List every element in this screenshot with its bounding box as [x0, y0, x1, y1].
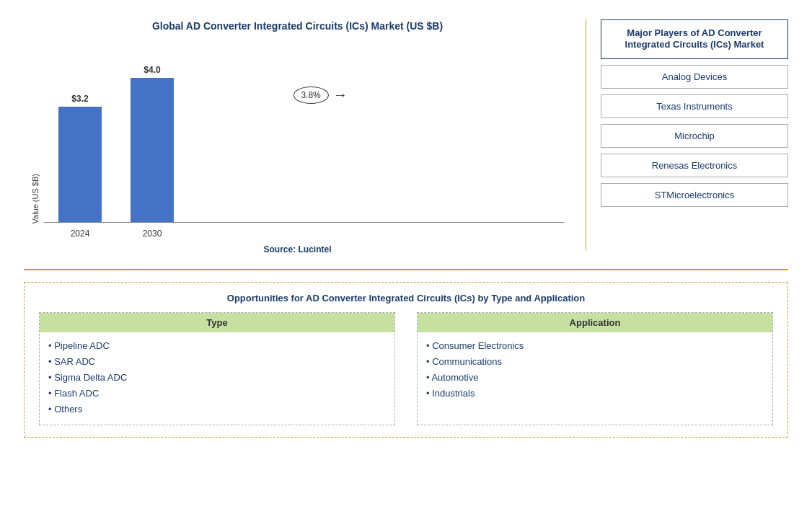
application-column: Application Consumer Electronics Communi… [417, 312, 773, 425]
y-axis-label: Value (US $B) [31, 174, 40, 224]
type-header: Type [40, 313, 394, 332]
source-text: Source: Lucintel [31, 239, 564, 257]
player-analog-devices: Analog Devices [601, 65, 788, 89]
app-item-1: Communications [426, 354, 764, 370]
player-stmicro: STMicroelectronics [601, 183, 788, 207]
page-container: Global AD Converter Integrated Circuits … [24, 12, 788, 502]
bar-2024-value: $3.2 [71, 94, 88, 104]
cagr-annotation: 3.8% → [293, 87, 347, 104]
chart-title: Global AD Converter Integrated Circuits … [31, 19, 564, 32]
type-item-0: Pipeline ADC [48, 338, 386, 354]
cagr-bubble: 3.8% [293, 87, 328, 104]
player-microchip: Microchip [601, 124, 788, 148]
bars-container: $3.2 3.8% → $4.0 [44, 65, 564, 239]
type-item-4: Others [48, 402, 386, 417]
bar-2024-rect [58, 107, 102, 222]
year-2024: 2024 [58, 229, 102, 239]
cagr-arrow-icon: → [333, 87, 348, 103]
application-items: Consumer Electronics Communications Auto… [418, 338, 772, 402]
x-axis-labels: 2024 2030 [44, 223, 564, 239]
bottom-columns: Type Pipeline ADC SAR ADC Sigma Delta AD… [39, 312, 773, 425]
top-section: Global AD Converter Integrated Circuits … [24, 12, 788, 257]
players-area: Major Players of AD Converter Integrated… [601, 12, 788, 257]
type-column: Type Pipeline ADC SAR ADC Sigma Delta AD… [39, 312, 395, 425]
opportunities-title: Opportunities for AD Converter Integrate… [39, 293, 773, 303]
chart-area: Global AD Converter Integrated Circuits … [24, 12, 571, 257]
app-item-2: Automotive [426, 370, 764, 386]
vertical-divider [586, 19, 586, 250]
year-2030: 2030 [131, 229, 174, 239]
section-divider [24, 269, 788, 270]
type-item-2: Sigma Delta ADC [48, 370, 386, 386]
application-header: Application [418, 313, 772, 332]
chart-body: Value (US $B) $3.2 3.8% → [31, 40, 564, 239]
bar-2030: $4.0 [131, 65, 174, 222]
bottom-section: Opportunities for AD Converter Integrate… [24, 282, 788, 438]
player-renesas: Renesas Electronics [601, 154, 788, 177]
players-title: Major Players of AD Converter Integrated… [601, 19, 788, 60]
player-texas-instruments: Texas Instruments [601, 94, 788, 118]
bar-2030-rect [131, 78, 174, 222]
bar-2024: $3.2 [58, 94, 102, 222]
bars-row: $3.2 3.8% → $4.0 [44, 65, 564, 223]
app-item-3: Industrials [426, 386, 764, 402]
app-item-0: Consumer Electronics [426, 338, 764, 354]
bar-2030-value: $4.0 [144, 65, 160, 75]
type-item-3: Flash ADC [48, 386, 386, 402]
type-items: Pipeline ADC SAR ADC Sigma Delta ADC Fla… [40, 338, 394, 417]
type-item-1: SAR ADC [48, 354, 386, 370]
